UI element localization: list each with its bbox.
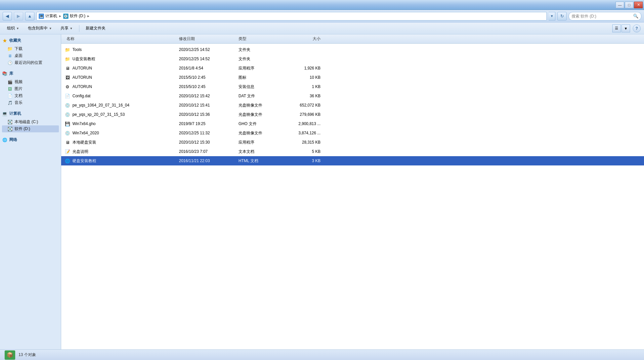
breadcrumb-sep-1: ► [59, 14, 62, 18]
forward-button[interactable]: ▶ [14, 12, 23, 21]
file-type-icon: 🖥 [64, 66, 70, 71]
status-count: 13 个对象 [19, 352, 36, 358]
table-row[interactable]: 💿 pe_yqs_xp_20_07_31_15_53 2020/10/12 15… [61, 110, 644, 119]
table-row[interactable]: 📝 光盘说明 2016/10/23 7:07 文本文档 5 KB [61, 147, 644, 156]
include-button[interactable]: 包含到库中 ▼ [24, 24, 56, 33]
col-header-date[interactable]: 修改日期 [177, 36, 236, 42]
sidebar-item-downloads[interactable]: 📁 下载 [2, 45, 59, 52]
address-bar: ◀ ▶ ▲ 💻 计算机 ► 💽 软件 (D:) ► ▼ ↻ 🔍 [0, 10, 644, 22]
drive-c-icon: 💽 [7, 119, 13, 125]
organize-button[interactable]: 组织 ▼ [3, 24, 23, 33]
table-row[interactable]: 💿 Win7x64_2020 2020/12/25 11:32 光盘映像文件 3… [61, 128, 644, 138]
file-date: 2020/10/12 15:36 [177, 112, 236, 117]
back-button[interactable]: ◀ [3, 12, 12, 21]
sidebar-item-doc[interactable]: 📄 文档 [2, 92, 59, 99]
doc-icon: 📄 [7, 93, 13, 99]
col-header-size[interactable]: 大小 [283, 36, 322, 42]
sidebar-section-library: 📚 库 🎬 视频 🖼 图片 📄 文档 🎵 音乐 [2, 71, 59, 106]
sidebar-item-video[interactable]: 🎬 视频 [2, 78, 59, 85]
view-list-button[interactable]: ☰ [612, 24, 621, 32]
organize-arrow-icon: ▼ [16, 27, 19, 30]
search-bar: 🔍 [569, 12, 641, 21]
sidebar-section-favorites: ★ 收藏夹 📁 下载 🖥 桌面 🕒 最近访问的位置 [2, 38, 59, 66]
file-date: 2016/11/21 22:03 [177, 158, 236, 163]
breadcrumb-drive[interactable]: 软件 (D:) [70, 13, 85, 19]
file-list: 📁 Tools 2020/12/25 14:52 文件夹 📁 U盘安装教程 20… [61, 44, 644, 167]
refresh-button[interactable]: ↻ [557, 12, 567, 21]
table-row[interactable]: 🖼 AUTORUN 2015/5/10 2:45 图标 10 KB [61, 73, 644, 82]
col-header-type[interactable]: 类型 [236, 36, 283, 42]
sidebar-header-favorites: ★ 收藏夹 [2, 38, 59, 43]
file-type: 应用程序 [236, 66, 283, 71]
maximize-button[interactable]: □ [625, 2, 633, 8]
up-button[interactable]: ▲ [25, 12, 34, 21]
new-folder-button[interactable]: 新建文件夹 [82, 24, 109, 33]
minimize-button[interactable]: — [616, 2, 624, 8]
address-dropdown[interactable]: ▼ [549, 12, 555, 21]
computer-icon: 💻 [39, 14, 44, 19]
sidebar-recent-label: 最近访问的位置 [15, 60, 42, 66]
sidebar-section-computer: 💻 计算机 💽 本地磁盘 (C:) 💽 软件 (D:) [2, 111, 59, 132]
network-icon: 🌐 [2, 137, 7, 143]
title-bar: — □ ✕ [0, 0, 644, 10]
sidebar-item-music[interactable]: 🎵 音乐 [2, 99, 59, 106]
file-type: 光盘映像文件 [236, 112, 283, 117]
share-button[interactable]: 共享 ▼ [57, 24, 76, 33]
sidebar-item-drive-d[interactable]: 💽 软件 (D:) [2, 125, 59, 132]
sidebar-video-label: 视频 [15, 79, 22, 85]
file-date: 2020/10/12 15:41 [177, 103, 236, 108]
table-row[interactable]: ⚙ AUTORUN 2015/5/10 2:45 安装信息 1 KB [61, 82, 644, 91]
file-type-icon: 🖼 [64, 75, 70, 80]
breadcrumb-computer[interactable]: 计算机 [45, 13, 57, 19]
table-row[interactable]: 🌐 硬盘安装教程 2016/11/21 22:03 HTML 文档 3 KB [61, 156, 644, 165]
help-button[interactable]: ? [633, 24, 641, 32]
table-row[interactable]: 🖥 本地硬盘安装 2020/10/12 15:30 应用程序 28,315 KB [61, 138, 644, 147]
file-type: 光盘映像文件 [236, 130, 283, 136]
star-icon: ★ [2, 38, 7, 43]
table-row[interactable]: 📄 Config.dat 2020/10/12 15:42 DAT 文件 36 … [61, 91, 644, 101]
view-dropdown-button[interactable]: ▼ [622, 24, 630, 32]
search-icon[interactable]: 🔍 [633, 14, 638, 19]
content-area: 名称 修改日期 类型 大小 📁 Tools 2020/12/25 14:52 文… [61, 34, 644, 349]
sidebar-item-desktop[interactable]: 🖥 桌面 [2, 52, 59, 59]
sidebar-item-image[interactable]: 🖼 图片 [2, 85, 59, 92]
file-name-cell: 🖥 本地硬盘安装 [64, 140, 177, 145]
file-name-cell: 📄 Config.dat [64, 93, 177, 99]
file-size: 5 KB [283, 149, 322, 154]
close-button[interactable]: ✕ [634, 2, 643, 8]
new-folder-label: 新建文件夹 [86, 25, 106, 31]
file-type-icon: 💿 [64, 130, 70, 136]
file-type: 应用程序 [236, 140, 283, 145]
status-bar: 📦 13 个对象 [0, 349, 644, 360]
table-row[interactable]: 💿 pe_yqs_1064_20_07_31_16_04 2020/10/12 … [61, 101, 644, 110]
file-type: 图标 [236, 75, 283, 80]
file-size: 36 KB [283, 94, 322, 98]
computer-sidebar-icon: 💻 [2, 111, 7, 116]
sidebar-item-recent[interactable]: 🕒 最近访问的位置 [2, 59, 59, 66]
file-size: 2,900,813 ... [283, 121, 322, 126]
organize-label: 组织 [7, 25, 15, 31]
file-name-cell: ⚙ AUTORUN [64, 84, 177, 89]
table-row[interactable]: 📁 U盘安装教程 2020/12/25 14:52 文件夹 [61, 54, 644, 64]
file-type: GHO 文件 [236, 121, 283, 127]
image-icon: 🖼 [7, 86, 13, 92]
file-size: 1 KB [283, 84, 322, 89]
toolbar-separator [79, 25, 79, 32]
file-name-cell: 🖥 AUTORUN [64, 66, 177, 71]
file-type-icon: 🖥 [64, 140, 70, 145]
search-input[interactable] [572, 14, 632, 19]
col-header-name[interactable]: 名称 [64, 36, 177, 42]
file-name-cell: 🌐 硬盘安装教程 [64, 158, 177, 164]
file-size: 3 KB [283, 158, 322, 163]
sidebar-item-drive-c[interactable]: 💽 本地磁盘 (C:) [2, 118, 59, 125]
file-size: 279,696 KB [283, 112, 322, 117]
table-row[interactable]: 📁 Tools 2020/12/25 14:52 文件夹 [61, 45, 644, 54]
table-row[interactable]: 💾 Win7x64.gho 2019/9/7 19:25 GHO 文件 2,90… [61, 119, 644, 128]
file-type-icon: 💿 [64, 112, 70, 117]
file-type: 光盘映像文件 [236, 103, 283, 108]
file-date: 2015/5/10 2:45 [177, 84, 236, 89]
sidebar-header-library: 📚 库 [2, 71, 59, 76]
sidebar-drive-c-label: 本地磁盘 (C:) [15, 119, 38, 125]
folder-icon: 📁 [7, 46, 13, 52]
table-row[interactable]: 🖥 AUTORUN 2016/1/8 4:54 应用程序 1,926 KB [61, 64, 644, 73]
